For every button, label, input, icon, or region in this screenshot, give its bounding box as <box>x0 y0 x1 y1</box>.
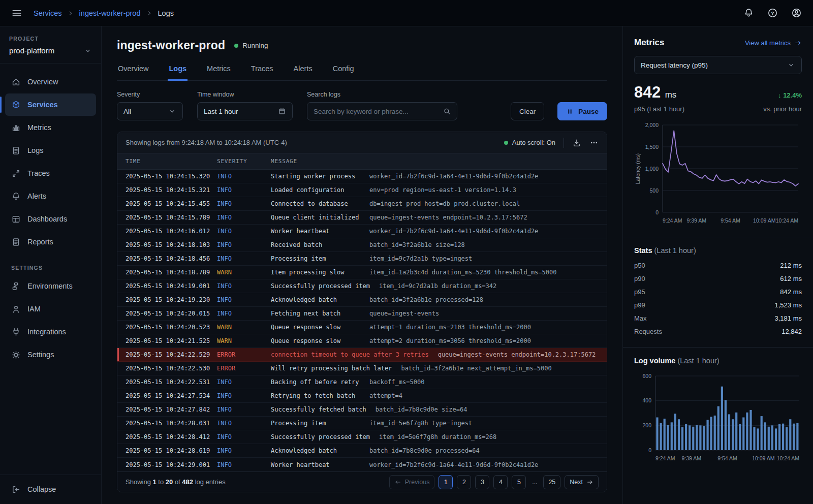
log-detail: env=prod region=us-east-1 version=1.14.3 <box>369 186 516 194</box>
pagination-page-2[interactable]: 2 <box>457 475 471 489</box>
clear-button[interactable]: Clear <box>511 102 544 120</box>
svg-text:400: 400 <box>642 397 651 403</box>
severity-label: Severity <box>117 91 183 98</box>
stats-title: Stats <box>634 246 652 255</box>
sidebar-item-traces[interactable]: Traces <box>5 162 96 184</box>
log-message: Worker heartbeat <box>271 228 369 235</box>
notifications-bell-icon[interactable] <box>743 8 754 18</box>
severity-select[interactable]: All <box>117 102 183 120</box>
pause-button[interactable]: Pause <box>557 102 607 120</box>
download-icon[interactable] <box>572 138 581 147</box>
log-row[interactable]: 2025-05-15 10:24:27.842 INFO Successfull… <box>117 403 607 417</box>
log-row[interactable]: 2025-05-15 10:24:16.012 INFO Worker hear… <box>117 225 607 238</box>
log-severity: WARN <box>217 337 271 344</box>
breadcrumb: Services ingest-worker-prod Logs <box>34 9 174 17</box>
pagination-page-3[interactable]: 3 <box>475 475 489 489</box>
sidebar-item-alerts[interactable]: Alerts <box>5 185 96 207</box>
report-icon <box>11 237 21 247</box>
log-time: 2025-05-15 10:24:15.320 <box>126 173 217 180</box>
auto-scroll-toggle[interactable]: Auto scroll: On <box>504 139 555 146</box>
help-icon[interactable]: ? <box>767 8 778 18</box>
log-severity: INFO <box>217 255 271 262</box>
pagination-next-button[interactable]: Next <box>565 475 599 489</box>
page-title: ingest-worker-prod <box>117 39 225 52</box>
log-row[interactable]: 2025-05-15 10:24:15.455 INFO Connected t… <box>117 197 607 211</box>
log-row[interactable]: 2025-05-15 10:24:18.789 WARN Item proces… <box>117 266 607 279</box>
sidebar-item-reports[interactable]: Reports <box>5 231 96 253</box>
metric-select-value: Request latency (p95) <box>641 61 708 69</box>
nav-item-label: Overview <box>27 78 58 86</box>
view-all-metrics-link[interactable]: View all metrics <box>745 39 802 47</box>
log-detail: item_id=5e6f7g8h duration_ms=268 <box>379 433 496 440</box>
sidebar-item-iam[interactable]: IAM <box>5 298 96 320</box>
log-row[interactable]: 2025-05-15 10:24:28.619 INFO Acknowledge… <box>117 444 607 458</box>
log-time: 2025-05-15 10:24:15.455 <box>126 200 217 207</box>
log-row[interactable]: 2025-05-15 10:24:20.523 WARN Queue respo… <box>117 321 607 334</box>
sidebar-item-integrations[interactable]: Integrations <box>5 321 96 343</box>
chevron-right-icon <box>67 10 74 17</box>
sidebar-nav: Overview Services Metrics Logs Traces Al… <box>0 64 101 254</box>
sidebar-item-services[interactable]: Services <box>5 93 96 116</box>
pagination-page-1[interactable]: 1 <box>439 475 453 489</box>
sidebar-item-dashboards[interactable]: Dashboards <box>5 208 96 230</box>
svg-text:600: 600 <box>642 373 651 379</box>
project-selector[interactable]: PROJECT prod-platform <box>0 26 101 64</box>
sidebar-item-environments[interactable]: Environments <box>5 275 96 297</box>
pagination-page-25[interactable]: 25 <box>543 475 560 489</box>
stats-subtitle: (Last 1 hour) <box>654 246 696 255</box>
tab-overview[interactable]: Overview <box>117 65 149 81</box>
breadcrumb-services[interactable]: Services <box>34 9 62 17</box>
log-detail: item_id=5e6f7g8h type=ingest <box>369 420 472 427</box>
metric-select[interactable]: Request latency (p95) <box>634 56 802 74</box>
log-row[interactable]: 2025-05-15 10:24:19.230 INFO Acknowledge… <box>117 293 607 307</box>
hamburger-menu-icon[interactable] <box>11 8 22 19</box>
log-row[interactable]: 2025-05-15 10:24:28.412 INFO Successfull… <box>117 430 607 444</box>
sidebar-item-overview[interactable]: Overview <box>5 71 96 93</box>
tab-traces[interactable]: Traces <box>250 65 274 81</box>
log-row[interactable]: 2025-05-15 10:24:18.456 INFO Processing … <box>117 252 607 266</box>
tab-config[interactable]: Config <box>332 65 355 81</box>
metric-sub-right: vs. prior hour <box>763 105 802 113</box>
pagination-page-4[interactable]: 4 <box>493 475 508 489</box>
log-severity: INFO <box>217 282 271 290</box>
log-row[interactable]: 2025-05-15 10:24:22.529 ERROR connection… <box>117 348 607 362</box>
log-row[interactable]: 2025-05-15 10:24:15.789 INFO Queue clien… <box>117 211 607 225</box>
log-row[interactable]: 2025-05-15 10:24:15.321 INFO Loaded conf… <box>117 183 607 197</box>
tab-metrics[interactable]: Metrics <box>206 65 232 81</box>
metric-unit: ms <box>665 90 677 100</box>
log-message: Acknowledged batch <box>271 296 369 303</box>
log-row[interactable]: 2025-05-15 10:24:21.525 WARN Queue respo… <box>117 334 607 348</box>
sidebar-footer: Collapse <box>0 475 101 504</box>
tab-logs[interactable]: Logs <box>168 65 187 81</box>
sidebar-item-logs[interactable]: Logs <box>5 139 96 162</box>
stat-row-requests: Requests 12,842 <box>634 325 802 338</box>
log-row[interactable]: 2025-05-15 10:24:18.103 INFO Received ba… <box>117 238 607 252</box>
log-detail: backoff_ms=5000 <box>369 379 424 386</box>
search-logs-label: Search logs <box>307 91 457 98</box>
nav-item-label: Services <box>27 101 58 109</box>
nav-item-label: Reports <box>27 238 53 246</box>
log-row[interactable]: 2025-05-15 10:24:22.531 INFO Backing off… <box>117 375 607 389</box>
user-avatar-icon[interactable] <box>791 8 802 18</box>
more-options-ellipsis-icon[interactable] <box>589 138 599 147</box>
log-row[interactable]: 2025-05-15 10:24:28.031 INFO Processing … <box>117 417 607 430</box>
tab-alerts[interactable]: Alerts <box>293 65 314 81</box>
sidebar-item-settings[interactable]: Settings <box>5 343 96 366</box>
breadcrumb-service-name[interactable]: ingest-worker-prod <box>79 9 141 17</box>
log-time: 2025-05-15 10:24:27.842 <box>126 406 217 413</box>
log-row[interactable]: 2025-05-15 10:24:22.530 ERROR Will retry… <box>117 362 607 375</box>
log-time: 2025-05-15 10:24:16.012 <box>126 228 217 235</box>
sidebar-collapse-button[interactable]: Collapse <box>5 478 96 500</box>
person-icon <box>11 304 21 314</box>
log-row[interactable]: 2025-05-15 10:24:19.001 INFO Successfull… <box>117 279 607 293</box>
log-row[interactable]: 2025-05-15 10:24:20.015 INFO Fetching ne… <box>117 307 607 321</box>
pagination-page-5[interactable]: 5 <box>512 475 526 489</box>
sidebar-item-metrics[interactable]: Metrics <box>5 116 96 139</box>
log-row[interactable]: 2025-05-15 10:24:15.320 INFO Starting wo… <box>117 170 607 183</box>
time-window-select[interactable]: Last 1 hour <box>197 102 293 120</box>
log-severity: INFO <box>217 228 271 235</box>
log-row[interactable]: 2025-05-15 10:24:27.534 INFO Retrying to… <box>117 389 607 403</box>
search-input[interactable] <box>314 108 443 115</box>
log-row[interactable]: 2025-05-15 10:24:29.001 INFO Worker hear… <box>117 458 607 471</box>
pagination-previous-button[interactable]: Previous <box>389 475 435 489</box>
